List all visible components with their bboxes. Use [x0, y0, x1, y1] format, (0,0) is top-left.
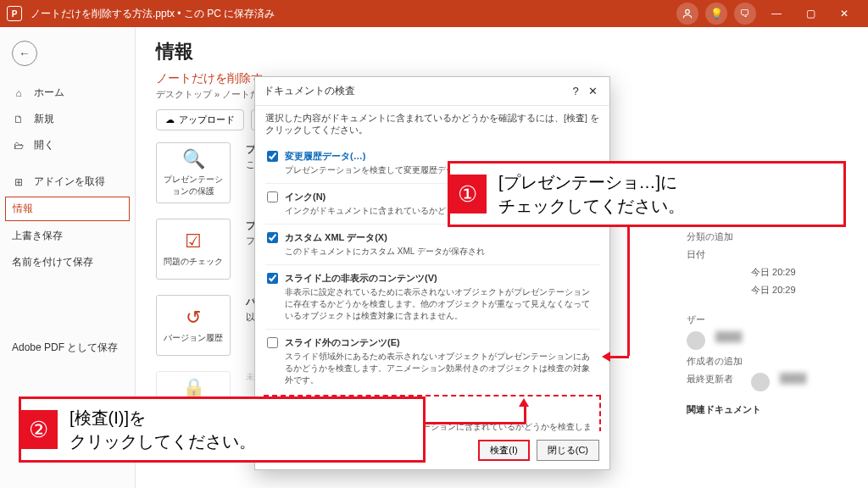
inspect-item[interactable]: カスタム XML データ(X)このドキュメントにカスタム XML データが保存さ…: [265, 224, 599, 264]
arrow-line: [524, 405, 526, 424]
addins-icon: ⊞: [12, 176, 25, 188]
nav-saveas[interactable]: 名前を付けて保存: [0, 249, 135, 275]
checkbox-hidden[interactable]: [267, 273, 278, 284]
dialog-title: ドキュメントの検査: [264, 84, 567, 98]
lightbulb-icon[interactable]: 💡: [705, 3, 727, 25]
new-icon: 🗋: [12, 114, 25, 125]
arrowhead-icon: [519, 398, 529, 407]
arrow-line: [426, 422, 526, 424]
feedback-icon[interactable]: 🗨: [734, 3, 756, 25]
arrow-line: [627, 220, 630, 356]
check-icon: ☑: [185, 230, 202, 252]
close-button[interactable]: 閉じる(C): [537, 440, 599, 461]
checkbox-revision[interactable]: [267, 151, 278, 162]
step-number-1: ①: [448, 175, 487, 214]
nav-save[interactable]: 上書き保存: [0, 223, 135, 249]
nav-addins[interactable]: ⊞アドインを取得: [0, 169, 135, 195]
properties-panel: 分類の追加 日付 今日 20:29 今日 20:29 ザー ████ 作成者の追…: [687, 230, 848, 421]
inspect-item[interactable]: スライド上の非表示のコンテンツ(V)非表示に設定されているために表示されないオブ…: [265, 264, 599, 329]
check-issues-button[interactable]: ☑問題のチェック: [156, 219, 231, 280]
checkbox-offslide[interactable]: [267, 337, 278, 348]
page-heading: 情報: [156, 39, 848, 64]
inspect-item[interactable]: スライド外のコンテンツ(E)スライド領域外にあるため表示されないオブジェクトがプ…: [265, 329, 599, 393]
nav-home[interactable]: ⌂ホーム: [0, 80, 135, 106]
checkbox-xml[interactable]: [267, 232, 278, 243]
help-button[interactable]: ?: [567, 85, 584, 97]
account-icon[interactable]: [676, 3, 698, 25]
svg-point-0: [686, 9, 690, 14]
version-history-button[interactable]: ↺バージョン履歴: [156, 295, 231, 356]
arrowhead-icon: [602, 352, 610, 362]
instruction-callout-1: ① [プレゼンテーショ…]に チェックしてください。: [448, 161, 846, 227]
checkbox-ink[interactable]: [267, 191, 278, 202]
powerpoint-icon: P: [7, 6, 22, 21]
dialog-description: 選択した内容がドキュメントに含まれているかどうかを確認するには、[検査] をクリ…: [255, 106, 609, 143]
title-bar: P ノートだけを削除する方法.pptx • この PC に保存済み 💡 🗨 ― …: [0, 0, 868, 27]
protect-presentation-button[interactable]: 🔍プレゼンテーションの保護: [156, 142, 231, 203]
upload-button[interactable]: ☁ アップロード: [156, 109, 244, 130]
home-icon: ⌂: [12, 87, 25, 99]
back-button[interactable]: ←: [12, 41, 37, 66]
lock-icon: 🔍: [182, 148, 205, 170]
avatar: [687, 331, 705, 350]
inspect-button[interactable]: 検査(I): [478, 440, 529, 461]
close-button[interactable]: ✕: [827, 0, 861, 27]
minimize-button[interactable]: ―: [760, 0, 793, 27]
arrow-line: [609, 356, 629, 358]
nav-info[interactable]: 情報: [5, 197, 130, 221]
nav-open[interactable]: 🗁開く: [0, 132, 135, 158]
window-title: ノートだけを削除する方法.pptx • この PC に保存済み: [31, 7, 673, 21]
history-icon: ↺: [186, 307, 201, 329]
open-icon: 🗁: [12, 140, 25, 152]
instruction-callout-2: ② [検査(I)]を クリックしてください。: [19, 396, 426, 463]
dialog-close-button[interactable]: ✕: [584, 85, 601, 97]
nav-pdf[interactable]: Adobe PDF として保存: [0, 335, 135, 361]
nav-new[interactable]: 🗋新規: [0, 106, 135, 132]
step-number-2: ②: [19, 410, 58, 449]
avatar: [751, 373, 770, 391]
maximize-button[interactable]: ▢: [793, 0, 827, 27]
